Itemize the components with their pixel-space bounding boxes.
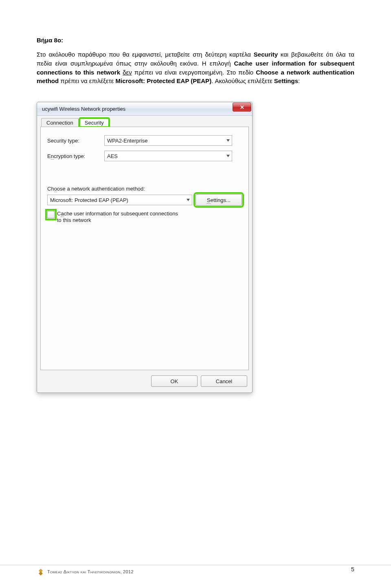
cache-checkbox[interactable] — [47, 211, 55, 218]
close-button[interactable]: ✕ — [233, 103, 251, 112]
encryption-type-value: AES — [107, 153, 118, 159]
text: : — [298, 77, 300, 84]
tab-security[interactable]: Security — [79, 118, 109, 127]
chevron-down-icon — [224, 151, 232, 161]
security-type-combo[interactable]: WPA2-Enterprise — [104, 135, 232, 146]
network-properties-dialog: ucywifi Wireless Network properties ✕ Co… — [37, 102, 253, 393]
ok-button[interactable]: OK — [151, 375, 198, 387]
auth-method-combo[interactable]: Microsoft: Protected EAP (PEAP) — [47, 195, 192, 205]
text-bold: Settings — [274, 77, 298, 84]
auth-method-value: Microsoft: Protected EAP (PEAP) — [50, 197, 128, 203]
text-underline: δεν — [123, 69, 132, 76]
text-bold: Security — [254, 51, 278, 58]
tabs: Connection Security — [37, 116, 252, 127]
text: Στο ακόλουθο παράθυρο που θα εμφανιστεί,… — [37, 51, 254, 58]
chevron-down-icon — [185, 195, 192, 205]
cache-checkbox-label: Cache user information for subsequent co… — [57, 211, 178, 224]
text-bold: Microsoft: Protected EAP (PEAP) — [116, 77, 212, 84]
security-type-label: Security type: — [47, 138, 104, 144]
tab-connection[interactable]: Connection — [41, 118, 79, 127]
tab-body-security: Security type: WPA2-Enterprise Encryptio… — [40, 127, 249, 370]
dialog-title: ucywifi Wireless Network properties — [42, 106, 231, 112]
auth-method-label: Choose a network authentication method: — [47, 186, 242, 192]
cancel-button[interactable]: Cancel — [201, 375, 247, 387]
text: πρέπει να επιλέξετε — [59, 77, 115, 84]
text: πρέπει να είναι ενεργοποιημένη. Στο πεδί… — [132, 69, 256, 76]
chevron-down-icon — [224, 136, 232, 145]
settings-button[interactable]: Settings... — [196, 194, 242, 206]
encryption-type-label: Encryption type: — [47, 153, 104, 159]
instruction-paragraph: Στο ακόλουθο παράθυρο που θα εμφανιστεί,… — [37, 50, 354, 86]
text: . Ακολούθως επιλέξετε — [211, 77, 274, 84]
security-type-value: WPA2-Enterprise — [107, 138, 147, 144]
titlebar: ucywifi Wireless Network properties ✕ — [37, 102, 252, 116]
step-heading: Βήμα 8ο: — [37, 37, 354, 44]
encryption-type-combo[interactable]: AES — [104, 151, 232, 161]
